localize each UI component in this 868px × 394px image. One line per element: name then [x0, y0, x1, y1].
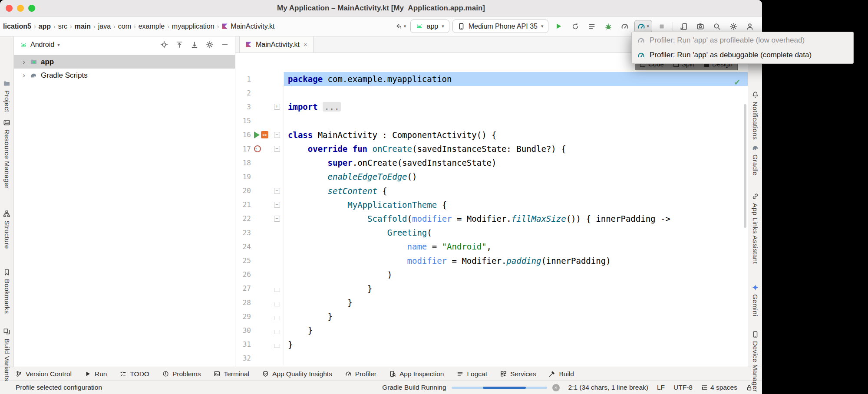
- tool-stripe-project[interactable]: Project: [0, 80, 13, 112]
- tree-item-app[interactable]: ›app: [14, 55, 235, 69]
- line-number[interactable]: 21: [235, 200, 251, 209]
- code-text[interactable]: }: [284, 282, 748, 296]
- tool-button-run[interactable]: Run: [85, 370, 107, 378]
- project-view-select[interactable]: Android: [30, 41, 54, 49]
- fold-collapse-icon[interactable]: −: [274, 216, 280, 222]
- line-number[interactable]: 28: [235, 299, 251, 307]
- restart-button[interactable]: [568, 20, 582, 33]
- device-select[interactable]: Medium Phone API 35 ▾: [452, 20, 549, 33]
- gutter[interactable]: 15: [235, 114, 284, 128]
- gutter[interactable]: 3+: [235, 100, 284, 114]
- line-number[interactable]: 16: [235, 131, 251, 139]
- line-number[interactable]: 32: [235, 354, 251, 362]
- gutter[interactable]: 27: [235, 282, 284, 296]
- gutter[interactable]: 31: [235, 338, 284, 351]
- fold-collapse-icon[interactable]: −: [274, 202, 280, 208]
- code-line-21[interactable]: 21− MyApplicationTheme {: [235, 198, 748, 212]
- tool-button-app-inspection[interactable]: App Inspection: [389, 370, 444, 378]
- run-class-icon[interactable]: [254, 131, 260, 138]
- tool-button-problems[interactable]: Problems: [162, 370, 201, 378]
- gutter[interactable]: 24: [235, 240, 284, 253]
- breadcrumb-item-com[interactable]: com: [116, 21, 133, 32]
- gutter[interactable]: 19: [235, 170, 284, 184]
- breadcrumb-item-src[interactable]: src: [56, 21, 69, 32]
- settings-button[interactable]: [726, 20, 740, 33]
- code-line-1[interactable]: 1package com.example.myapplication: [235, 72, 748, 86]
- fold-end-icon[interactable]: [274, 288, 280, 292]
- line-number[interactable]: 24: [235, 243, 251, 251]
- breadcrumb-item-lication5[interactable]: lication5: [1, 21, 33, 32]
- code-text[interactable]: Scaffold(modifier = Modifier.fillMaxSize…: [284, 212, 748, 226]
- minimize-window-button[interactable]: [17, 5, 24, 12]
- gutter[interactable]: 32: [235, 351, 284, 365]
- collapse-all-button[interactable]: [191, 41, 198, 49]
- code-text[interactable]: [284, 351, 748, 365]
- breadcrumb-item-app[interactable]: app: [36, 21, 53, 32]
- settings-button[interactable]: [206, 41, 214, 49]
- fold-collapse-icon[interactable]: −: [274, 132, 280, 138]
- code-text[interactable]: name = "Android",: [284, 240, 748, 253]
- code-text[interactable]: import ...: [284, 100, 748, 114]
- tool-stripe-build-variants[interactable]: Build Variants: [0, 328, 13, 381]
- editor-body[interactable]: 1package com.example.myapplication23+imp…: [235, 53, 748, 367]
- gutter[interactable]: 16<>−: [235, 128, 284, 142]
- encoding[interactable]: UTF-8: [673, 384, 693, 391]
- chevron-right-icon[interactable]: ›: [21, 71, 26, 80]
- code-line-29[interactable]: 29 }: [235, 309, 748, 323]
- breadcrumb-item-example[interactable]: example: [136, 21, 167, 32]
- fold-end-icon[interactable]: [274, 302, 280, 306]
- line-number[interactable]: 27: [235, 284, 251, 292]
- code-line-19[interactable]: 19 enableEdgeToEdge(): [235, 170, 748, 184]
- line-number[interactable]: 20: [235, 187, 251, 195]
- line-number[interactable]: 30: [235, 326, 251, 335]
- tool-button-profiler[interactable]: Profiler: [345, 370, 376, 378]
- line-number[interactable]: 23: [235, 229, 251, 237]
- fold-collapse-icon[interactable]: −: [274, 146, 280, 152]
- code-text[interactable]: }: [284, 323, 748, 337]
- fold-end-icon[interactable]: [274, 316, 280, 320]
- tool-button-version-control[interactable]: Version Control: [16, 370, 72, 378]
- code-line-24[interactable]: 24 name = "Android",: [235, 240, 748, 253]
- profiler-popup-item[interactable]: Profiler: Run 'app' as debuggable (compl…: [632, 48, 853, 62]
- gutter[interactable]: 23: [235, 226, 284, 240]
- tool-stripe-gemini[interactable]: Gemini: [748, 284, 762, 316]
- code-text[interactable]: ): [284, 268, 748, 282]
- stop-button[interactable]: [655, 20, 669, 33]
- gutter[interactable]: 20−: [235, 184, 284, 198]
- tool-button-logcat[interactable]: Logcat: [457, 370, 487, 378]
- search-button[interactable]: [710, 20, 724, 33]
- tool-stripe-device-manager[interactable]: Device Manager: [748, 331, 762, 392]
- debug-button[interactable]: [601, 20, 615, 33]
- code-line-17[interactable]: 17↑− override fun onCreate(savedInstance…: [235, 142, 748, 156]
- code-line-22[interactable]: 22− Scaffold(modifier = Modifier.fillMax…: [235, 212, 748, 226]
- editor-scrollbar[interactable]: [744, 104, 746, 228]
- code-text[interactable]: enableEdgeToEdge(): [284, 170, 748, 184]
- gutter[interactable]: 2: [235, 86, 284, 100]
- code-text[interactable]: }: [284, 296, 748, 309]
- close-window-button[interactable]: [6, 5, 13, 12]
- code-text[interactable]: [284, 114, 748, 128]
- fold-end-icon[interactable]: [274, 344, 280, 348]
- code-text[interactable]: setContent {: [284, 184, 748, 198]
- account-button[interactable]: [743, 20, 757, 33]
- code-text[interactable]: [284, 86, 748, 100]
- hide-button[interactable]: [221, 41, 229, 49]
- line-number[interactable]: 15: [235, 117, 251, 125]
- line-ending[interactable]: LF: [657, 384, 665, 391]
- overriding-method-icon[interactable]: ↑: [254, 145, 261, 152]
- code-text[interactable]: Greeting(: [284, 226, 748, 240]
- editor-tab[interactable]: MainActivity.kt ×: [239, 36, 314, 53]
- run-configuration-select[interactable]: app ▾: [410, 20, 449, 33]
- code-line-23[interactable]: 23 Greeting(: [235, 226, 748, 240]
- line-number[interactable]: 22: [235, 214, 251, 223]
- fold-expand-icon[interactable]: +: [274, 104, 280, 110]
- zoom-window-button[interactable]: [28, 5, 35, 12]
- line-number[interactable]: 18: [235, 159, 251, 167]
- line-number[interactable]: 3: [235, 103, 251, 111]
- code-text[interactable]: }: [284, 309, 748, 323]
- close-tab-icon[interactable]: ×: [304, 41, 307, 48]
- code-line-18[interactable]: 18 super.onCreate(savedInstanceState): [235, 156, 748, 170]
- code-text[interactable]: modifier = Modifier.padding(innerPadding…: [284, 253, 748, 267]
- tool-button-terminal[interactable]: Terminal: [214, 370, 249, 378]
- screenshot-button[interactable]: [693, 20, 707, 33]
